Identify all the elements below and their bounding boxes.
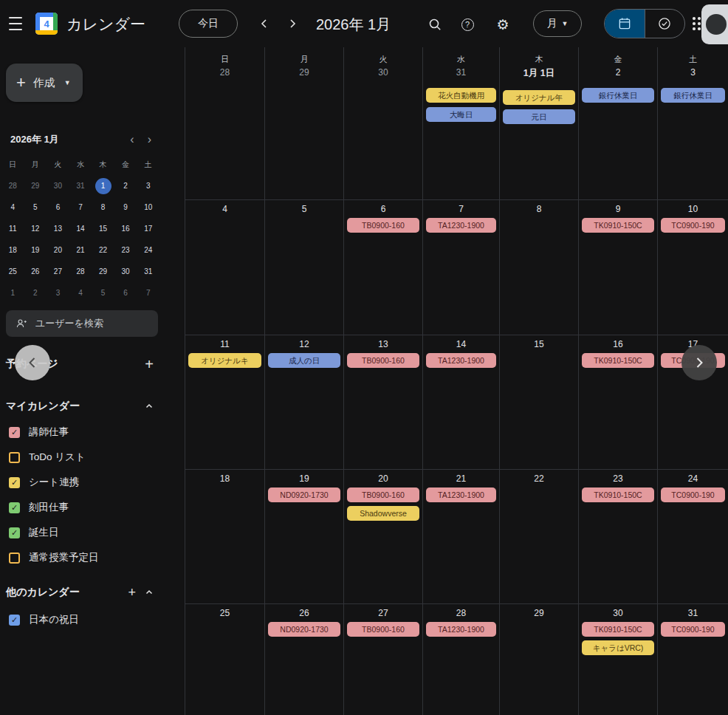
event-chip[interactable]: TK0910-150C	[582, 353, 654, 368]
mini-calendar-day[interactable]: 3	[137, 175, 159, 196]
mini-calendar-day[interactable]: 6	[47, 196, 69, 218]
calendar-day-cell[interactable]: 10TC0900-190	[657, 199, 728, 335]
mini-calendar-day[interactable]: 11	[1, 218, 24, 239]
mini-calendar-day[interactable]: 6	[114, 282, 137, 304]
calendar-day-cell[interactable]: 20TB0900-160Shadowverse	[343, 469, 422, 603]
today-button[interactable]: 今日	[179, 10, 238, 38]
mini-calendar-day[interactable]: 10	[137, 196, 159, 218]
calendar-day-cell[interactable]: 18	[185, 469, 264, 603]
event-chip[interactable]: 銀行休業日	[661, 88, 725, 103]
search-users-field[interactable]: ユーザーを検索	[6, 310, 158, 337]
event-chip[interactable]: ND0920-1730	[268, 488, 340, 502]
event-chip[interactable]: 銀行休業日	[582, 88, 654, 103]
mini-calendar-day[interactable]: 1	[1, 282, 24, 304]
calendar-day-cell[interactable]: 月29	[264, 47, 343, 199]
mini-calendar-day[interactable]: 20	[47, 239, 69, 261]
calendar-list-item[interactable]: ToDo リスト	[0, 445, 185, 470]
mini-next-icon[interactable]: ›	[141, 133, 158, 146]
mini-calendar-day[interactable]: 9	[114, 196, 137, 218]
calendar-checkbox[interactable]	[9, 452, 20, 463]
calendar-day-cell[interactable]: 15	[499, 335, 578, 469]
calendar-checkbox[interactable]: ✓	[9, 477, 20, 488]
calendar-day-cell[interactable]: 21TA1230-1900	[422, 469, 499, 603]
calendar-day-cell[interactable]: 19ND0920-1730	[264, 469, 343, 603]
calendar-day-cell[interactable]: 4	[185, 199, 264, 335]
mini-calendar-day[interactable]: 13	[47, 218, 69, 239]
calendar-day-cell[interactable]: 26ND0920-1730	[264, 603, 343, 715]
calendar-day-cell[interactable]: 火30	[343, 47, 422, 199]
event-chip[interactable]: TB0900-160	[347, 218, 419, 233]
calendar-day-cell[interactable]: 23TK0910-150C	[578, 469, 657, 603]
calendar-day-cell[interactable]: 27TB0900-160	[343, 603, 422, 715]
calendar-day-cell[interactable]: 日28	[185, 47, 264, 199]
mini-calendar-day[interactable]: 27	[47, 261, 69, 282]
event-chip[interactable]: TB0900-160	[347, 488, 419, 502]
event-chip[interactable]: キャラはVRC)	[582, 640, 654, 655]
calendar-list-item[interactable]: ✓シート連携	[0, 470, 185, 495]
mini-calendar-day[interactable]: 4	[1, 196, 24, 218]
mini-calendar-day[interactable]: 3	[47, 282, 69, 304]
calendar-day-cell[interactable]: 金2銀行休業日	[578, 47, 657, 199]
mini-calendar-day[interactable]: 5	[24, 196, 47, 218]
prev-month-icon[interactable]	[258, 18, 270, 30]
event-chip[interactable]: TA1230-1900	[426, 353, 496, 368]
view-selector-dropdown[interactable]: 月 ▼	[533, 10, 582, 37]
event-chip[interactable]: 元日	[503, 109, 575, 124]
event-chip[interactable]: TC0900-190	[661, 622, 725, 637]
calendar-day-cell[interactable]: 28TA1230-1900	[422, 603, 499, 715]
calendar-day-cell[interactable]: 7TA1230-1900	[422, 199, 499, 335]
mini-calendar-day[interactable]: 22	[92, 239, 114, 261]
event-chip[interactable]: 成人の日	[268, 353, 340, 368]
mini-calendar-day[interactable]: 7	[137, 282, 159, 304]
calendar-day-cell[interactable]: 25	[185, 603, 264, 715]
calendar-list-item[interactable]: 通常授業予定日	[0, 545, 185, 570]
event-chip[interactable]: TA1230-1900	[426, 218, 496, 233]
event-chip[interactable]: TB0900-160	[347, 353, 419, 368]
calendar-day-cell[interactable]: 30TK0910-150CキャラはVRC)	[578, 603, 657, 715]
calendar-day-cell[interactable]: 22	[499, 469, 578, 603]
calendar-list-item[interactable]: ✓講師仕事	[0, 420, 185, 445]
calendar-day-cell[interactable]: 12成人の日	[264, 335, 343, 469]
mini-calendar-day[interactable]: 7	[69, 196, 92, 218]
mini-calendar-day[interactable]: 28	[69, 261, 92, 282]
calendar-day-cell[interactable]: 6TB0900-160	[343, 199, 422, 335]
search-icon[interactable]	[427, 16, 443, 32]
event-chip[interactable]: Shadowverse	[347, 506, 419, 521]
calendar-day-cell[interactable]: 14TA1230-1900	[422, 335, 499, 469]
mini-calendar-day[interactable]: 16	[114, 218, 137, 239]
calendar-checkbox[interactable]: ✓	[9, 615, 20, 626]
event-chip[interactable]: TC0900-190	[661, 218, 725, 233]
mini-calendar-day[interactable]: 30	[47, 175, 69, 196]
mini-calendar-day[interactable]: 15	[92, 218, 114, 239]
mini-calendar-day[interactable]: 30	[114, 261, 137, 282]
calendar-day-cell[interactable]: 13TB0900-160	[343, 335, 422, 469]
calendar-list-item[interactable]: ✓誕生日	[0, 520, 185, 545]
mini-calendar-day[interactable]: 8	[92, 196, 114, 218]
calendar-day-cell[interactable]: 24TC0900-190	[657, 469, 728, 603]
mini-calendar-day[interactable]: 28	[1, 175, 24, 196]
mini-calendar-day[interactable]: 18	[1, 239, 24, 261]
calendar-checkbox[interactable]: ✓	[9, 502, 20, 513]
calendar-day-cell[interactable]: 土3銀行休業日	[657, 47, 728, 199]
add-booking-page-icon[interactable]: +	[140, 356, 158, 373]
event-chip[interactable]: 大晦日	[426, 107, 496, 122]
calendar-checkbox[interactable]: ✓	[9, 527, 20, 538]
mini-calendar-day[interactable]: 1	[92, 175, 114, 196]
account-avatar[interactable]	[701, 4, 728, 44]
chevron-up-icon[interactable]	[140, 588, 158, 597]
help-icon[interactable]: ?	[459, 16, 475, 32]
mini-calendar-day[interactable]: 2	[114, 175, 137, 196]
calendar-day-cell[interactable]: 水31花火自動機用大晦日	[422, 47, 499, 199]
mini-calendar-day[interactable]: 17	[137, 218, 159, 239]
calendar-view-toggle[interactable]	[605, 10, 645, 38]
add-other-calendar-icon[interactable]: +	[123, 585, 140, 601]
event-chip[interactable]: TK0910-150C	[582, 218, 654, 233]
event-chip[interactable]: オリジナルキ	[188, 353, 261, 368]
mini-calendar-day[interactable]: 29	[24, 175, 47, 196]
next-month-icon[interactable]	[286, 18, 298, 30]
event-chip[interactable]: オリジナル年	[503, 90, 575, 105]
calendar-day-cell[interactable]: 木1月 1日オリジナル年元日	[499, 47, 578, 199]
mini-calendar-day[interactable]: 25	[1, 261, 24, 282]
other-calendars-header[interactable]: 他のカレンダー +	[6, 584, 158, 601]
calendar-list-item[interactable]: ✓刻田仕事	[0, 495, 185, 520]
